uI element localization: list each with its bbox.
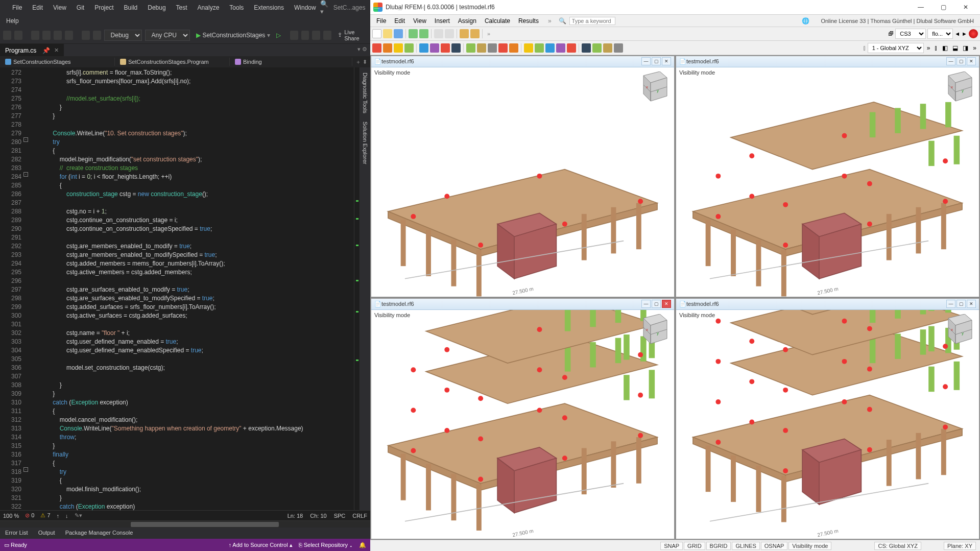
tool-icon-13[interactable] [524, 43, 533, 53]
next-stage-icon[interactable]: ► [962, 31, 967, 37]
tool-icon-11[interactable] [498, 43, 508, 53]
tool-icon-18[interactable] [582, 43, 591, 53]
nav-cube-icon[interactable] [634, 314, 669, 349]
model-3d[interactable] [371, 67, 674, 297]
error-count[interactable]: ⊘ 0 [25, 512, 34, 519]
menu-overflow-icon[interactable]: » [544, 17, 556, 25]
scrollbar-minimap[interactable] [354, 67, 359, 510]
model-3d[interactable] [676, 67, 979, 297]
status-grid[interactable]: GRID [684, 542, 705, 550]
nav-down-icon[interactable]: ↓ [65, 513, 68, 519]
status-glines[interactable]: GLINES [732, 542, 759, 550]
new-icon[interactable] [372, 29, 381, 38]
results-icon[interactable] [470, 29, 480, 38]
status-visibility-mode[interactable]: Visibility mode [788, 542, 831, 550]
close-button[interactable]: ✕ [954, 0, 977, 14]
start-debug-button[interactable]: ▶SetConstructionStages▾ [193, 31, 274, 40]
menu-view[interactable]: View [49, 2, 70, 13]
bottom-tab-output[interactable]: Output [33, 528, 60, 539]
fold-toggle-icon[interactable]: - [23, 172, 28, 177]
brush-icon[interactable]: ✎▾ [75, 512, 82, 519]
tool-icon-6[interactable] [441, 43, 450, 53]
flo-select[interactable]: flo... [927, 29, 953, 39]
tab-overflow-icon[interactable]: ▾ ⚙ [354, 44, 370, 56]
status-snap[interactable]: SNAP [660, 542, 683, 550]
tool-icon-8[interactable] [466, 43, 475, 53]
undo-icon[interactable] [409, 29, 418, 38]
status-osnap[interactable]: OSNAP [761, 542, 788, 550]
record-icon[interactable] [969, 29, 978, 38]
close-tab-icon[interactable]: ✕ [54, 47, 59, 54]
viewport-2[interactable]: 📄 testmodel.rf6—▢✕Visibility mode27.500 … [676, 56, 979, 297]
code-area[interactable]: srfs[i].comment = floor_max.ToString(); … [36, 67, 354, 510]
tool-icon-17[interactable] [567, 43, 576, 53]
viewport-1[interactable]: 📄 testmodel.rf6—▢✕Visibility mode27.500 … [371, 56, 675, 297]
nav-cube-icon[interactable] [939, 314, 974, 349]
menu-file[interactable]: File [372, 16, 390, 26]
viewport-minimize-icon[interactable]: — [641, 57, 651, 65]
warning-count[interactable]: ⚠ 7 [40, 512, 50, 519]
nav-member[interactable]: Binding [230, 58, 352, 66]
menu-extensions[interactable]: Extensions [250, 2, 288, 13]
tb-icon-c[interactable] [312, 31, 320, 40]
tool-icon-3[interactable] [404, 43, 414, 53]
tool-icon-14[interactable] [535, 43, 544, 53]
viewport-minimize-icon[interactable]: — [946, 57, 955, 65]
tool-icon-2[interactable] [394, 43, 403, 53]
tool-icon-4[interactable] [419, 43, 428, 53]
tb-overflow-icon[interactable]: » [485, 31, 492, 37]
viewport-canvas[interactable]: Visibility mode27.500 m [676, 67, 979, 297]
menu-analyze[interactable]: Analyze [194, 2, 224, 13]
zoom-level[interactable]: 100 % [3, 513, 19, 519]
bottom-tab-package-manager-console[interactable]: Package Manager Console [60, 528, 138, 539]
viewport-maximize-icon[interactable]: ▢ [957, 300, 966, 308]
code-editor[interactable]: - - - 2722732742752762772782792802812822… [0, 67, 370, 510]
close-button[interactable]: ✕ [411, 0, 434, 15]
tb-icon-a[interactable] [290, 31, 298, 40]
menu-window[interactable]: Window [290, 2, 320, 13]
viewport-close-icon[interactable]: ✕ [967, 300, 976, 308]
tool-icon-19[interactable] [592, 43, 602, 53]
menu-file[interactable]: File [8, 2, 26, 13]
minimize-button[interactable]: — [910, 0, 932, 14]
tb2-extra-0[interactable]: » [925, 44, 932, 52]
tb2-extra-2[interactable]: ◧ [941, 44, 949, 52]
tab-solution-explorer[interactable]: Solution Explorer [362, 122, 368, 164]
nav-up-icon[interactable]: ↑ [57, 513, 60, 519]
doc-tab-program[interactable]: Program.cs 📌 ✕ [0, 44, 64, 56]
tool-icon-20[interactable] [603, 43, 612, 53]
menu-calculate[interactable]: Calculate [481, 16, 514, 26]
model-3d[interactable] [371, 310, 674, 539]
redo-icon[interactable] [93, 31, 101, 40]
horizontal-scrollbar[interactable] [0, 520, 370, 528]
cs-list-icon[interactable]: 🗊 [888, 31, 894, 37]
open-icon[interactable] [42, 31, 51, 40]
nav-class[interactable]: SetConstructionStages.Program [115, 58, 230, 66]
viewport-minimize-icon[interactable]: — [946, 300, 955, 308]
status-bgrid[interactable]: BGRID [706, 542, 731, 550]
print-preview-icon[interactable] [445, 29, 454, 38]
bottom-tab-error-list[interactable]: Error List [0, 528, 33, 539]
save-icon[interactable] [394, 29, 403, 38]
tool-icon-10[interactable] [488, 43, 497, 53]
menu-project[interactable]: Project [90, 2, 117, 13]
menu-build[interactable]: Build [120, 2, 142, 13]
indent-mode[interactable]: SPC [334, 513, 346, 519]
split-editor-icon[interactable]: ＋ ⬍ [352, 58, 370, 66]
menu-git[interactable]: Git [73, 2, 88, 13]
menu-assign[interactable]: Assign [454, 16, 481, 26]
viewport-3[interactable]: 📄 testmodel.rf6—▢✕Visibility mode27.500 … [371, 298, 675, 540]
redo-icon[interactable] [419, 29, 428, 38]
pin-icon[interactable]: 📌 [42, 47, 50, 54]
tool-icon-1[interactable] [383, 43, 392, 53]
notifications-icon[interactable]: 🔔 [359, 542, 366, 548]
nav-cube-icon[interactable] [634, 71, 669, 106]
calc-icon[interactable] [460, 29, 469, 38]
viewport-close-icon[interactable]: ✕ [662, 300, 671, 308]
nav-fwd-icon[interactable] [14, 31, 22, 40]
menu-view[interactable]: View [409, 16, 431, 26]
tb2-extra-4[interactable]: ◨ [961, 44, 970, 52]
start-nodebug-icon[interactable]: ▷ [276, 32, 281, 39]
nav-cube-icon[interactable] [939, 71, 974, 106]
global-cs-select[interactable]: 1 - Global XYZ [868, 43, 924, 53]
